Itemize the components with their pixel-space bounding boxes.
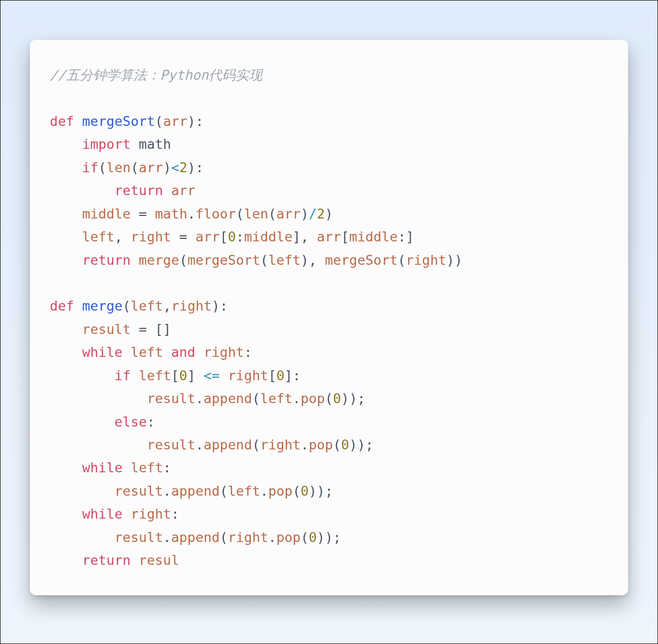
var-result: result: [82, 322, 131, 337]
paren: ): [163, 160, 171, 175]
var-arr: arr: [317, 229, 341, 244]
var-left: left: [82, 229, 114, 244]
comma: ,: [163, 298, 171, 314]
num-0: 0: [301, 483, 309, 499]
paren-close: ));: [341, 391, 365, 406]
comma: ,: [114, 229, 131, 244]
fn-merge: merge: [139, 252, 179, 268]
paren: ): [301, 206, 309, 221]
var-right: right: [131, 229, 171, 244]
colon: :: [171, 506, 179, 522]
kw-return: return: [82, 552, 131, 568]
fn-append: append: [171, 530, 220, 545]
var-left: left: [131, 368, 171, 383]
kw-if: if: [82, 160, 99, 175]
var-right: right: [219, 368, 268, 383]
dot: .: [196, 437, 204, 452]
kw-import: import: [82, 136, 131, 152]
fn-pop: pop: [268, 483, 293, 499]
bracket: :]: [398, 229, 414, 244]
paren: (: [333, 437, 341, 452]
dot: .: [163, 530, 171, 545]
bracket: [: [341, 229, 349, 244]
code-block: //五分钟学算法：Python代码实现 def mergeSort(arr): …: [50, 64, 608, 572]
fn-append: append: [204, 437, 252, 452]
paren: (: [179, 252, 187, 268]
kw-return: return: [82, 252, 131, 268]
paren: )): [446, 252, 463, 268]
var-arr: arr: [163, 183, 196, 198]
paren: (: [268, 206, 276, 221]
var-arr: arr: [276, 206, 301, 221]
param-arr: arr: [163, 113, 188, 129]
dot: .: [260, 483, 268, 499]
paren: (: [301, 530, 309, 545]
paren: (: [252, 437, 260, 452]
bracket: [: [171, 368, 179, 383]
param-right: right: [171, 298, 212, 314]
num-0: 0: [276, 368, 284, 383]
paren: (: [99, 160, 107, 175]
kw-while: while: [82, 506, 122, 522]
var-left: left: [122, 460, 163, 475]
num-0: 0: [341, 437, 349, 452]
var-resul: resul: [131, 552, 180, 568]
eq: =: [171, 229, 196, 244]
var-right: right: [122, 506, 171, 522]
dot: .: [301, 437, 309, 452]
kw-else: else: [114, 414, 147, 429]
paren: (: [252, 391, 260, 406]
var-middle: middle: [82, 206, 131, 221]
op-lt: <: [171, 160, 179, 175]
op-div: /: [309, 206, 317, 221]
var-left: left: [122, 344, 163, 360]
op-le: <=: [204, 368, 220, 383]
var-right: right: [406, 252, 446, 268]
paren-close: ));: [309, 483, 333, 499]
kw-def: def: [50, 298, 74, 314]
var-middle: middle: [244, 229, 293, 244]
var-left: left: [228, 483, 260, 499]
paren: ): [325, 206, 333, 221]
paren: (: [260, 252, 268, 268]
num-0: 0: [309, 530, 317, 545]
var-result: result: [147, 437, 196, 452]
eq-empty: = []: [131, 322, 171, 337]
colon: :: [163, 460, 171, 475]
paren: (: [131, 160, 139, 175]
paren-close: ));: [349, 437, 374, 452]
code-card: //五分钟学算法：Python代码实现 def mergeSort(arr): …: [30, 40, 628, 595]
num-2: 2: [317, 206, 325, 221]
fn-floor: floor: [196, 206, 236, 221]
bracket: ],: [293, 229, 317, 244]
mod-math: math: [131, 136, 171, 152]
var-right: right: [196, 344, 244, 360]
paren-close: ):: [212, 298, 228, 314]
paren-close: ):: [187, 160, 204, 175]
dot: .: [187, 206, 195, 221]
fn-append: append: [204, 391, 252, 406]
var-arr: arr: [139, 160, 163, 175]
kw-and: and: [171, 344, 196, 360]
var-arr: arr: [196, 229, 220, 244]
num-2: 2: [179, 160, 187, 175]
kw-while: while: [82, 460, 122, 475]
fn-pop: pop: [301, 391, 325, 406]
bracket: ]:: [284, 368, 301, 383]
var-left: left: [260, 391, 293, 406]
var-right: right: [260, 437, 301, 452]
var-math: math: [155, 206, 187, 221]
paren: (: [325, 391, 333, 406]
var-result: result: [114, 530, 163, 545]
comment-line: //五分钟学算法：Python代码实现: [50, 67, 262, 83]
fn-pop: pop: [309, 437, 333, 452]
colon: :: [236, 229, 244, 244]
paren: (: [219, 483, 227, 499]
kw-while: while: [82, 344, 122, 360]
fn-mergesort: mergeSort: [325, 252, 398, 268]
fn-mergesort: mergeSort: [187, 252, 260, 268]
kw-if: if: [114, 368, 131, 383]
fn-mergesort: mergeSort: [82, 113, 155, 129]
dot: .: [163, 483, 171, 499]
eq: =: [131, 206, 155, 221]
